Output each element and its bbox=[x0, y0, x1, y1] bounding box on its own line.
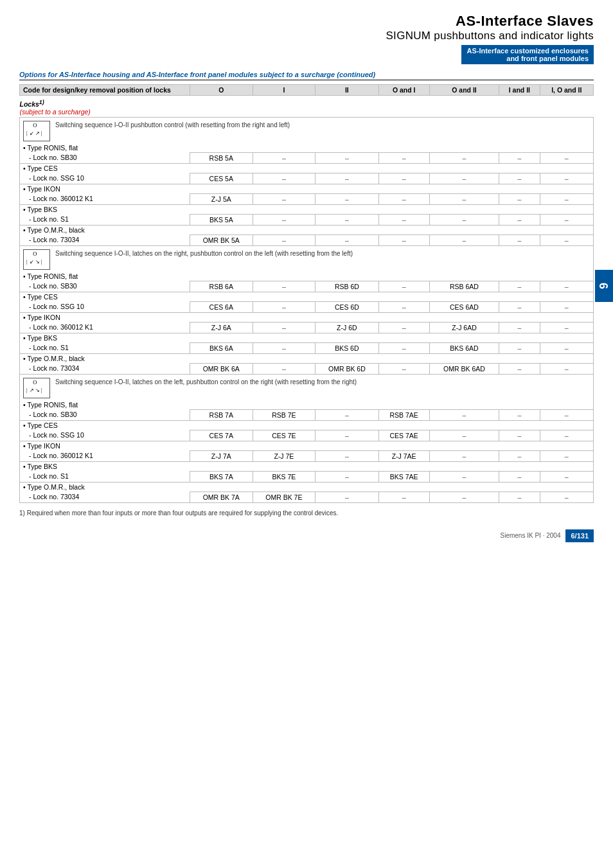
code-cell-1-4-0-6: – bbox=[540, 363, 593, 374]
item-row-0-3-0: - Lock no. S1BKS 5A–––––– bbox=[20, 214, 594, 225]
type-row-2-0: • Type RONIS, flat bbox=[20, 400, 594, 410]
footer-company: Siemens IK PI · 2004 bbox=[501, 532, 561, 539]
type-row-2-2: • Type IKON bbox=[20, 441, 594, 450]
code-cell-2-1-0-3: CES 7AE bbox=[378, 430, 429, 441]
code-cell-0-2-0-5: – bbox=[499, 193, 540, 204]
code-cell-0-4-0-1: – bbox=[253, 235, 315, 245]
item-label-1-2-0: - Lock no. 360012 K1 bbox=[20, 322, 190, 333]
code-cell-0-4-0-0: OMR BK 5A bbox=[190, 235, 253, 245]
code-cell-1-3-0-0: BKS 6A bbox=[190, 342, 253, 353]
col-header-III: I and II bbox=[499, 85, 540, 96]
code-cell-0-2-0-6: – bbox=[540, 193, 593, 204]
surcharge-note: (subject to a surcharge) bbox=[20, 108, 91, 116]
code-cell-2-0-0-2: – bbox=[315, 409, 378, 420]
code-cell-1-2-0-1: – bbox=[253, 322, 315, 333]
code-cell-2-4-0-3: – bbox=[378, 492, 429, 502]
code-cell-0-2-0-0: Z-J 5A bbox=[190, 193, 253, 204]
code-cell-1-1-0-3: – bbox=[378, 301, 429, 312]
code-cell-2-3-0-4: – bbox=[429, 471, 499, 482]
code-cell-1-0-0-5: – bbox=[499, 281, 540, 292]
code-cell-0-3-0-4: – bbox=[429, 214, 499, 225]
side-tab: 6 bbox=[595, 270, 613, 302]
code-cell-0-0-0-2: – bbox=[315, 152, 378, 163]
col-header-OII: O and II bbox=[429, 85, 499, 96]
code-cell-2-4-0-0: OMR BK 7A bbox=[190, 492, 253, 502]
code-cell-1-3-0-5: – bbox=[499, 342, 540, 353]
item-row-2-4-0: - Lock no. 73034OMR BK 7AOMR BK 7E––––– bbox=[20, 492, 594, 502]
code-cell-1-0-0-2: RSB 6D bbox=[315, 281, 378, 292]
code-cell-2-1-0-1: CES 7E bbox=[253, 430, 315, 441]
item-label-0-1-0: - Lock no. SSG 10 bbox=[20, 173, 190, 184]
code-cell-1-2-0-3: – bbox=[378, 322, 429, 333]
code-cell-0-0-0-0: RSB 5A bbox=[190, 152, 253, 163]
code-cell-2-0-0-4: – bbox=[429, 409, 499, 420]
item-row-0-1-0: - Lock no. SSG 10CES 5A–––––– bbox=[20, 173, 594, 184]
item-label-1-0-0: - Lock no. SB30 bbox=[20, 281, 190, 292]
group-icon-row-1: O | ↙ ↘ | Switching sequence I-O-II, lat… bbox=[20, 245, 594, 272]
code-cell-2-4-0-5: – bbox=[499, 492, 540, 502]
svg-text:↗: ↗ bbox=[35, 130, 40, 136]
item-row-1-3-0: - Lock no. S1BKS 6A–BKS 6D–BKS 6AD–– bbox=[20, 342, 594, 353]
code-cell-1-3-0-4: BKS 6AD bbox=[429, 342, 499, 353]
code-cell-0-2-0-4: – bbox=[429, 193, 499, 204]
type-row-1-1: • Type CES bbox=[20, 292, 594, 301]
svg-text:|: | bbox=[41, 386, 42, 393]
code-cell-0-2-0-3: – bbox=[378, 193, 429, 204]
col-header-desc: Code for design/key removal position of … bbox=[20, 85, 190, 96]
svg-text:↙: ↙ bbox=[30, 258, 34, 264]
type-row-2-4: • Type O.M.R., black bbox=[20, 482, 594, 492]
code-cell-1-1-0-1: – bbox=[253, 301, 315, 312]
item-label-2-1-0: - Lock no. SSG 10 bbox=[20, 430, 190, 441]
svg-text:|: | bbox=[41, 258, 42, 264]
code-cell-1-3-0-2: BKS 6D bbox=[315, 342, 378, 353]
svg-text:|: | bbox=[26, 258, 28, 264]
code-cell-0-1-0-6: – bbox=[540, 173, 593, 184]
code-cell-2-0-0-1: RSB 7E bbox=[253, 409, 315, 420]
item-label-2-0-0: - Lock no. SB30 bbox=[20, 409, 190, 420]
code-cell-0-1-0-1: – bbox=[253, 173, 315, 184]
svg-text:|: | bbox=[26, 129, 28, 136]
switch-desc-2: Switching sequence I-O-II, latches on th… bbox=[55, 378, 357, 387]
code-cell-2-4-0-1: OMR BK 7E bbox=[253, 492, 315, 502]
code-cell-2-0-0-5: – bbox=[499, 409, 540, 420]
code-cell-0-1-0-4: – bbox=[429, 173, 499, 184]
code-cell-0-4-0-4: – bbox=[429, 235, 499, 245]
code-cell-2-1-0-6: – bbox=[540, 430, 593, 441]
code-cell-1-0-0-1: – bbox=[253, 281, 315, 292]
type-row-0-1: • Type CES bbox=[20, 163, 594, 173]
code-cell-0-4-0-3: – bbox=[378, 235, 429, 245]
page-container: AS-Interface Slaves SIGNUM pushbuttons a… bbox=[0, 0, 613, 555]
table-header-row: Code for design/key removal position of … bbox=[20, 85, 594, 96]
title-banner: AS-Interface customized enclosures and f… bbox=[461, 45, 594, 64]
code-cell-1-2-0-4: Z-J 6AD bbox=[429, 322, 499, 333]
svg-text:↙: ↙ bbox=[30, 130, 34, 136]
code-cell-0-3-0-5: – bbox=[499, 214, 540, 225]
page-footer: Siemens IK PI · 2004 6/131 bbox=[501, 529, 594, 542]
main-table: Code for design/key removal position of … bbox=[19, 84, 594, 503]
item-label-1-4-0: - Lock no. 73034 bbox=[20, 363, 190, 374]
item-label-1-1-0: - Lock no. SSG 10 bbox=[20, 301, 190, 312]
svg-text:↘: ↘ bbox=[35, 258, 40, 264]
code-cell-2-1-0-0: CES 7A bbox=[190, 430, 253, 441]
item-label-2-3-0: - Lock no. S1 bbox=[20, 471, 190, 482]
switch-icon-0: O | ↙ ↗ | bbox=[23, 121, 50, 141]
code-cell-0-3-0-0: BKS 5A bbox=[190, 214, 253, 225]
type-row-1-0: • Type RONIS, flat bbox=[20, 272, 594, 281]
item-row-1-1-0: - Lock no. SSG 10CES 6A–CES 6D–CES 6AD–– bbox=[20, 301, 594, 312]
code-cell-0-0-0-1: – bbox=[253, 152, 315, 163]
svg-text:O: O bbox=[33, 122, 37, 128]
code-cell-0-3-0-1: – bbox=[253, 214, 315, 225]
item-label-0-2-0: - Lock no. 360012 K1 bbox=[20, 193, 190, 204]
type-row-1-4: • Type O.M.R., black bbox=[20, 353, 594, 363]
code-cell-1-4-0-2: OMR BK 6D bbox=[315, 363, 378, 374]
code-cell-2-3-0-6: – bbox=[540, 471, 593, 482]
code-cell-2-0-0-3: RSB 7AE bbox=[378, 409, 429, 420]
group-icon-row-0: O | ↙ ↗ | Switching sequence I-O-II push… bbox=[20, 117, 594, 143]
code-cell-2-3-0-2: – bbox=[315, 471, 378, 482]
code-cell-2-3-0-3: BKS 7AE bbox=[378, 471, 429, 482]
locks-header-row: Locks1)(subject to a surcharge) bbox=[20, 96, 594, 118]
code-cell-2-4-0-4: – bbox=[429, 492, 499, 502]
item-row-2-0-0: - Lock no. SB30RSB 7ARSB 7E–RSB 7AE––– bbox=[20, 409, 594, 420]
code-cell-1-3-0-3: – bbox=[378, 342, 429, 353]
code-cell-1-1-0-2: CES 6D bbox=[315, 301, 378, 312]
